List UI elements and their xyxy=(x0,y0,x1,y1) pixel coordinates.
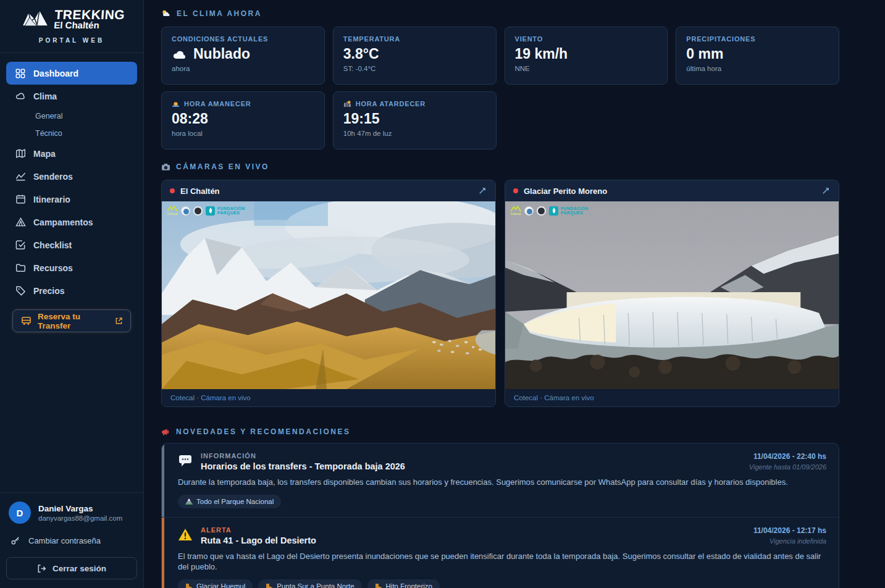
sidebar: TREKKING El Chaltén PORTAL WEB Dashboard… xyxy=(0,0,144,588)
news-date: 11/04/2026 - 12:17 hs xyxy=(753,526,826,535)
news-body: El tramo que va hasta el Lago del Desier… xyxy=(178,551,826,573)
sidebar-item-clima-general[interactable]: General xyxy=(6,107,137,125)
sidebar-item-precios[interactable]: Precios xyxy=(6,279,137,302)
news-validity: Vigente hasta 01/09/2026 xyxy=(749,463,826,471)
calendar-icon xyxy=(15,194,26,205)
sidebar-item-label: Itinerario xyxy=(33,195,70,204)
weather-card-precipitaciones: PRECIPITACIONES 0 mm última hora xyxy=(676,27,839,85)
expand-icon[interactable] xyxy=(820,185,831,196)
news-item-info: INFORMACIÓN Horarios de los transfers - … xyxy=(162,443,839,517)
avatar: D xyxy=(9,502,31,524)
camera-card-perito-moreno: Glaciar Perito Moreno xyxy=(505,180,839,407)
camera-caption: Cotecal · Cámara en vivo xyxy=(162,389,495,406)
globe-logo xyxy=(181,206,190,216)
key-icon xyxy=(10,535,21,546)
sidebar-item-senderos[interactable]: Senderos xyxy=(6,165,137,188)
sidebar-item-clima-tecnico[interactable]: Técnico xyxy=(6,125,137,142)
transfer-label: Reserva tu Transfer xyxy=(38,312,103,330)
news-title: Ruta 41 - Lago del Desierto xyxy=(201,536,745,545)
sun-cloud-icon xyxy=(161,9,171,18)
camera-icon xyxy=(161,163,170,171)
camera-title: El Chaltén xyxy=(180,187,471,196)
news-validity: Vigencia indefinida xyxy=(753,537,826,545)
bus-icon xyxy=(20,316,31,327)
reserva-transfer-button[interactable]: Reserva tu Transfer xyxy=(12,309,131,332)
mountain-logo-icon xyxy=(19,7,51,31)
user-email: danyvargas88@gmail.com xyxy=(38,514,122,522)
park-badge-logo xyxy=(537,206,546,216)
cameras-section-header: CÁMARAS EN VIVO xyxy=(161,161,839,173)
news-tag: Todo el Parque Nacional xyxy=(178,495,281,508)
mountain-tag-icon xyxy=(185,498,193,505)
sidebar-item-recursos[interactable]: Recursos xyxy=(6,256,137,279)
weather-card-temperatura: TEMPERATURA 3.8°C ST: -0.4°C xyxy=(333,27,497,85)
news-date: 11/04/2026 - 22:40 hs xyxy=(749,452,826,461)
sidebar-item-label: Dashboard xyxy=(33,69,78,78)
news-kind: ALERTA xyxy=(201,526,745,534)
sidebar-item-itinerario[interactable]: Itinerario xyxy=(6,188,137,211)
weather-card-condiciones: CONDICIONES ACTUALES Nublado ahora xyxy=(161,27,325,85)
sidebar-item-mapa[interactable]: Mapa xyxy=(6,142,137,165)
sidebar-item-clima[interactable]: Clima xyxy=(6,85,137,107)
fundacion-parques-logo: FUNDACIÓNPARQUES xyxy=(206,206,245,216)
sidebar-item-label: Mapa xyxy=(33,149,56,159)
weather-card-viento: VIENTO 19 km/h NNE xyxy=(505,27,668,85)
weather-card-amanecer: HORA AMANECER 08:28 hora local xyxy=(161,91,325,149)
sidebar-item-dashboard[interactable]: Dashboard xyxy=(6,62,137,85)
boot-tag-icon xyxy=(375,583,382,588)
news-title: Horarios de los transfers - Temporada ba… xyxy=(201,461,741,471)
warning-triangle-icon xyxy=(178,527,193,542)
sidebar-nav: Dashboard Clima General Técnico Mapa xyxy=(0,53,143,332)
main-content: EL CLIMA AHORA CONDICIONES ACTUALES Nubl… xyxy=(144,0,885,588)
portal-web-label: PORTAL WEB xyxy=(6,37,137,44)
cloud-white-icon xyxy=(172,49,188,60)
logout-button[interactable]: Cerrar sesión xyxy=(6,557,137,579)
camera-watermark-logos: Cotecal FUNDACIÓNPARQUES xyxy=(167,206,245,216)
weather-card-atardecer: HORA ATARDECER 19:15 10h 47m de luz xyxy=(333,91,497,149)
logo-title: TREKKING xyxy=(54,9,125,21)
weather-cards-row1: CONDICIONES ACTUALES Nublado ahora TEMPE… xyxy=(161,27,839,85)
boot-tag-icon xyxy=(266,583,273,588)
map-icon xyxy=(15,148,26,159)
camera-watermark-logos: Cotecal FUNDACIÓNPARQUES xyxy=(510,206,589,216)
user-name: Daniel Vargas xyxy=(38,504,122,513)
live-dot xyxy=(170,188,175,193)
check-square-icon xyxy=(15,240,26,251)
news-item-alert: ALERTA Ruta 41 - Lago del Desierto 11/04… xyxy=(162,518,839,588)
tent-icon xyxy=(15,217,26,228)
news-kind: INFORMACIÓN xyxy=(201,452,741,460)
camera-cards: El Chaltén xyxy=(161,180,839,407)
news-card: INFORMACIÓN Horarios de los transfers - … xyxy=(161,443,839,588)
camera-feed-perito-moreno: Cotecal FUNDACIÓNPARQUES xyxy=(505,201,839,389)
external-link-icon xyxy=(115,317,123,325)
camera-card-el-chalten: El Chaltén xyxy=(161,180,496,407)
sidebar-item-label: Checklist xyxy=(33,240,72,250)
news-section-header: NOVEDADES Y RECOMENDACIONES xyxy=(161,426,839,438)
user-row: D Daniel Vargas danyvargas88@gmail.com xyxy=(6,500,137,530)
logout-icon xyxy=(37,564,46,573)
grid-icon xyxy=(15,68,26,79)
sidebar-item-label: Senderos xyxy=(33,172,73,182)
park-badge-logo xyxy=(193,206,203,216)
fundacion-parques-logo: FUNDACIÓNPARQUES xyxy=(549,206,589,216)
live-dot xyxy=(513,188,518,193)
news-body: Durante la temporada baja, los transfers… xyxy=(178,477,826,488)
sidebar-item-label: Precios xyxy=(33,286,65,296)
expand-icon[interactable] xyxy=(476,185,487,196)
weather-cards-row2: HORA AMANECER 08:28 hora local HORA ATAR… xyxy=(161,91,839,149)
logo-subtitle: El Chaltén xyxy=(54,21,125,30)
news-tag: Hito Fronterizo xyxy=(367,579,440,588)
trail-chart-icon xyxy=(15,171,26,182)
sidebar-item-campamentos[interactable]: Campamentos xyxy=(6,211,137,233)
sidebar-item-label: Recursos xyxy=(33,263,73,273)
camera-title: Glaciar Perito Moreno xyxy=(524,187,814,196)
camera-feed-el-chalten: Cotecal FUNDACIÓNPARQUES xyxy=(162,201,495,389)
sidebar-user-section: D Daniel Vargas danyvargas88@gmail.com C… xyxy=(0,492,143,588)
sidebar-item-label: Campamentos xyxy=(33,217,93,227)
sidebar-item-checklist[interactable]: Checklist xyxy=(6,233,137,256)
sunrise-icon xyxy=(172,100,180,107)
weather-section-header: EL CLIMA AHORA xyxy=(161,7,839,20)
megaphone-icon xyxy=(161,428,170,436)
change-password-link[interactable]: Cambiar contraseña xyxy=(6,530,137,551)
news-tag: Glaciar Huemul xyxy=(178,579,253,588)
